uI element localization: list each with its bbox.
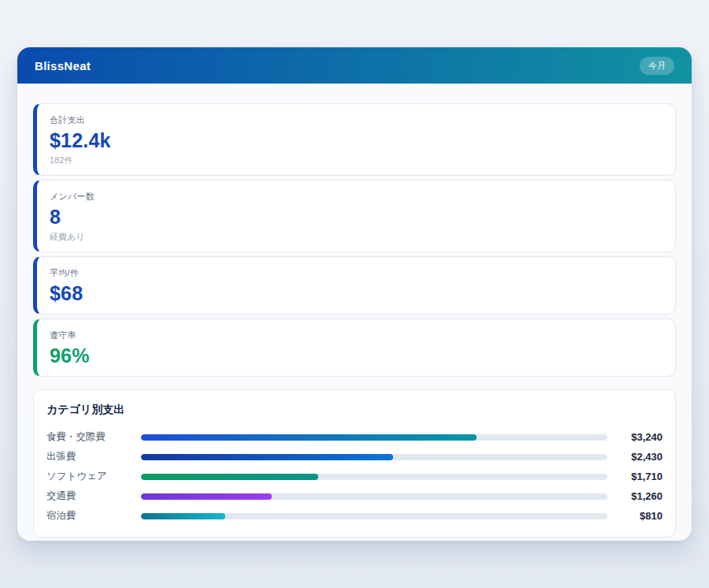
category-amount: $810 xyxy=(614,510,663,522)
stat-value: $68 xyxy=(50,282,663,305)
category-bar xyxy=(141,454,393,460)
category-amount: $3,240 xyxy=(614,431,663,443)
stat-label: メンバー数 xyxy=(50,191,663,203)
dashboard-panel: BlissNeat 今月 合計支出 $12.4k 182件 メンバー数 8 経費… xyxy=(17,47,692,541)
stat-card-average-per-item: 平均/件 $68 xyxy=(33,256,676,314)
stat-value: 8 xyxy=(50,206,663,229)
period-badge[interactable]: 今月 xyxy=(640,57,674,75)
category-breakdown-card: カテゴリ別支出 食費・交際費 $3,240 出張費 $2,430 ソフトウェア xyxy=(33,389,676,538)
panel-body: 合計支出 $12.4k 182件 メンバー数 8 経費あり 平均/件 $68 遵… xyxy=(17,84,692,553)
stat-card-compliance-rate: 遵守率 96% xyxy=(33,318,676,377)
category-label: 交通費 xyxy=(46,489,141,503)
category-row-business-trip: 出張費 $2,430 xyxy=(46,447,663,467)
category-bar-track xyxy=(141,474,607,480)
category-bar xyxy=(141,474,318,480)
stat-label: 遵守率 xyxy=(50,329,663,341)
stat-card-total-spend: 合計支出 $12.4k 182件 xyxy=(33,103,676,176)
stat-label: 合計支出 xyxy=(50,114,663,126)
category-label: 食費・交際費 xyxy=(46,430,141,444)
app-header: BlissNeat 今月 xyxy=(17,47,692,84)
stat-cards: 合計支出 $12.4k 182件 メンバー数 8 経費あり 平均/件 $68 遵… xyxy=(33,103,676,377)
category-row-lodging: 宿泊費 $810 xyxy=(46,506,663,526)
category-amount: $1,260 xyxy=(614,490,663,502)
category-row-software: ソフトウェア $1,710 xyxy=(46,467,663,486)
category-bar-track xyxy=(141,513,607,519)
category-amount: $2,430 xyxy=(614,451,663,463)
category-row-food-entertainment: 食費・交際費 $3,240 xyxy=(46,427,663,447)
category-bar-track xyxy=(141,493,607,500)
category-label: 宿泊費 xyxy=(46,509,141,523)
category-amount: $1,710 xyxy=(614,471,663,482)
category-bar-track xyxy=(141,454,607,460)
category-breakdown-title: カテゴリ別支出 xyxy=(46,403,663,417)
category-bar xyxy=(141,513,225,519)
stat-card-member-count: メンバー数 8 経費あり xyxy=(33,180,676,252)
app-title: BlissNeat xyxy=(35,59,91,73)
category-label: 出張費 xyxy=(46,450,141,463)
category-label: ソフトウェア xyxy=(46,470,141,483)
category-bar xyxy=(141,493,272,500)
stat-label: 平均/件 xyxy=(50,267,663,279)
category-row-transportation: 交通費 $1,260 xyxy=(46,486,663,506)
stat-value: $12.4k xyxy=(50,129,663,152)
stat-sub: 経費あり xyxy=(50,231,663,243)
category-bar-track xyxy=(141,434,607,441)
stat-sub: 182件 xyxy=(50,154,663,166)
category-bar xyxy=(141,434,477,441)
stat-value: 96% xyxy=(50,344,663,367)
